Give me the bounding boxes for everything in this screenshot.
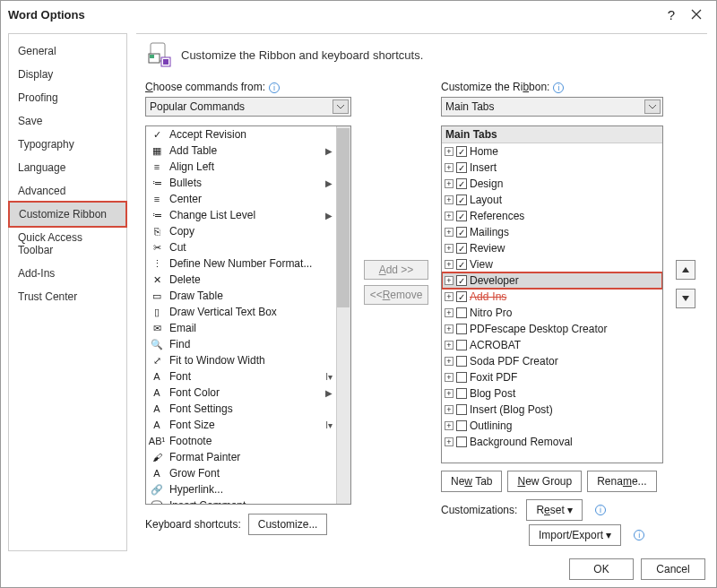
expand-icon[interactable]: + bbox=[445, 357, 454, 366]
scroll-thumb[interactable] bbox=[337, 128, 350, 307]
import-export-button[interactable]: Import/Export ▾ bbox=[529, 524, 621, 546]
info-icon[interactable]: i bbox=[553, 82, 564, 93]
checkbox[interactable] bbox=[456, 437, 467, 447]
expand-icon[interactable]: + bbox=[445, 373, 454, 382]
help-button[interactable]: ? bbox=[659, 4, 684, 24]
command-item[interactable]: AFont Color▶ bbox=[146, 385, 350, 401]
checkbox[interactable]: ✓ bbox=[456, 162, 467, 173]
new-tab-button[interactable]: New Tab bbox=[441, 471, 502, 492]
command-item[interactable]: ⤢Fit to Window Width bbox=[146, 352, 350, 368]
command-item[interactable]: 🔍Find bbox=[146, 336, 350, 352]
close-button[interactable] bbox=[684, 4, 709, 24]
ribbon-tree[interactable]: Main Tabs +✓Home+✓Insert+✓Design+✓Layout… bbox=[441, 125, 663, 463]
command-item[interactable]: 🖌Format Painter bbox=[146, 449, 350, 465]
commands-listbox[interactable]: ✓Accept Revision▦Add Table▶≡Align Left≔B… bbox=[145, 125, 351, 505]
command-item[interactable]: ✉Email bbox=[146, 320, 350, 336]
expand-icon[interactable]: + bbox=[445, 405, 454, 414]
expand-icon[interactable]: + bbox=[445, 212, 454, 220]
expand-icon[interactable]: + bbox=[445, 276, 454, 285]
checkbox[interactable]: ✓ bbox=[456, 259, 467, 270]
info-icon[interactable]: i bbox=[595, 505, 606, 515]
move-down-button[interactable] bbox=[676, 289, 695, 308]
checkbox[interactable]: ✓ bbox=[456, 291, 467, 302]
tree-item-mailings[interactable]: +✓Mailings bbox=[442, 224, 662, 240]
command-item[interactable]: AFont Settings bbox=[146, 401, 350, 417]
tree-item-add-ins[interactable]: +✓Add-Ins bbox=[442, 289, 662, 305]
tree-item-background-removal[interactable]: +Background Removal bbox=[442, 434, 662, 450]
tree-item-outlining[interactable]: +Outlining bbox=[442, 418, 662, 434]
tree-item-blog-post[interactable]: +Blog Post bbox=[442, 385, 662, 402]
expand-icon[interactable]: + bbox=[445, 389, 454, 398]
checkbox[interactable] bbox=[456, 307, 467, 318]
tree-item-references[interactable]: +✓References bbox=[442, 208, 662, 224]
tree-item-developer[interactable]: +✓Developer bbox=[442, 272, 662, 289]
ok-button[interactable]: OK bbox=[569, 558, 634, 580]
sidebar-item-language[interactable]: Language bbox=[9, 156, 126, 179]
checkbox[interactable] bbox=[456, 420, 467, 431]
sidebar-item-customize-ribbon[interactable]: Customize Ribbon bbox=[9, 202, 126, 227]
sidebar-item-proofing[interactable]: Proofing bbox=[9, 86, 126, 109]
expand-icon[interactable]: + bbox=[445, 147, 454, 156]
tree-item-pdfescape-desktop-creator[interactable]: +PDFescape Desktop Creator bbox=[442, 321, 662, 337]
remove-button[interactable]: << Remove bbox=[364, 285, 428, 305]
choose-commands-combo[interactable]: Popular Commands bbox=[145, 97, 351, 117]
checkbox[interactable]: ✓ bbox=[456, 211, 467, 221]
ribbon-combo[interactable]: Main Tabs bbox=[441, 97, 663, 117]
sidebar-item-quick-access-toolbar[interactable]: Quick Access Toolbar bbox=[9, 226, 126, 262]
tree-item-insert-blog-post-[interactable]: +Insert (Blog Post) bbox=[442, 402, 662, 418]
expand-icon[interactable]: + bbox=[445, 179, 454, 188]
expand-icon[interactable]: + bbox=[445, 228, 454, 237]
command-item[interactable]: ≡Align Left bbox=[146, 159, 350, 175]
sidebar-item-typography[interactable]: Typography bbox=[9, 133, 126, 156]
command-item[interactable]: ≔Change List Level▶ bbox=[146, 207, 350, 223]
expand-icon[interactable]: + bbox=[445, 244, 454, 253]
customize-shortcuts-button[interactable]: Customize... bbox=[248, 514, 328, 535]
new-group-button[interactable]: New Group bbox=[507, 471, 582, 492]
checkbox[interactable] bbox=[456, 356, 467, 367]
add-button[interactable]: Add >> bbox=[364, 260, 428, 280]
expand-icon[interactable]: + bbox=[445, 163, 454, 172]
command-item[interactable]: ≔Bullets▶ bbox=[146, 175, 350, 191]
tree-item-view[interactable]: +✓View bbox=[442, 256, 662, 272]
tree-item-design[interactable]: +✓Design bbox=[442, 176, 662, 192]
tree-item-insert[interactable]: +✓Insert bbox=[442, 160, 662, 176]
command-item[interactable]: 💬Insert Comment bbox=[146, 497, 350, 505]
expand-icon[interactable]: + bbox=[445, 260, 454, 269]
checkbox[interactable] bbox=[456, 404, 467, 415]
command-item[interactable]: AB¹Footnote bbox=[146, 433, 350, 449]
scrollbar[interactable] bbox=[336, 126, 350, 504]
checkbox[interactable] bbox=[456, 340, 467, 350]
reset-button[interactable]: Reset ▾ bbox=[526, 499, 583, 521]
command-item[interactable]: ▯Draw Vertical Text Box bbox=[146, 304, 350, 320]
checkbox[interactable]: ✓ bbox=[456, 178, 467, 189]
command-item[interactable]: ≡Center bbox=[146, 191, 350, 207]
command-item[interactable]: AGrow Font bbox=[146, 465, 350, 481]
command-item[interactable]: ✂Cut bbox=[146, 239, 350, 255]
expand-icon[interactable]: + bbox=[445, 308, 454, 317]
checkbox[interactable] bbox=[456, 388, 467, 399]
command-item[interactable]: ⎘Copy bbox=[146, 223, 350, 239]
checkbox[interactable]: ✓ bbox=[456, 195, 467, 205]
command-item[interactable]: ⋮Define New Number Format... bbox=[146, 255, 350, 272]
rename-button[interactable]: Rename... bbox=[587, 471, 656, 492]
sidebar-item-trust-center[interactable]: Trust Center bbox=[9, 285, 126, 308]
checkbox[interactable] bbox=[456, 372, 467, 383]
checkbox[interactable]: ✓ bbox=[456, 275, 467, 286]
command-item[interactable]: 🔗Hyperlink... bbox=[146, 481, 350, 497]
checkbox[interactable]: ✓ bbox=[456, 146, 467, 157]
command-item[interactable]: ✓Accept Revision bbox=[146, 126, 350, 143]
checkbox[interactable]: ✓ bbox=[456, 227, 467, 238]
tree-item-soda-pdf-creator[interactable]: +Soda PDF Creator bbox=[442, 353, 662, 369]
tree-item-acrobat[interactable]: +ACROBAT bbox=[442, 337, 662, 353]
checkbox[interactable]: ✓ bbox=[456, 243, 467, 254]
tree-item-review[interactable]: +✓Review bbox=[442, 240, 662, 256]
tree-item-home[interactable]: +✓Home bbox=[442, 143, 662, 160]
command-item[interactable]: ▦Add Table▶ bbox=[146, 143, 350, 159]
command-item[interactable]: ▭Draw Table bbox=[146, 288, 350, 304]
sidebar-item-save[interactable]: Save bbox=[9, 109, 126, 133]
sidebar-item-advanced[interactable]: Advanced bbox=[9, 179, 126, 203]
expand-icon[interactable]: + bbox=[445, 324, 454, 333]
info-icon[interactable]: i bbox=[269, 82, 280, 93]
tree-item-layout[interactable]: +✓Layout bbox=[442, 192, 662, 208]
command-item[interactable]: ✕Delete bbox=[146, 272, 350, 288]
